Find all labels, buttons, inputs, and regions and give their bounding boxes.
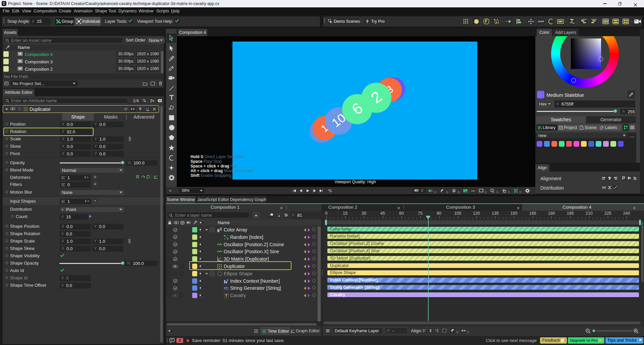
svg-text:abc: abc [224, 286, 229, 289]
